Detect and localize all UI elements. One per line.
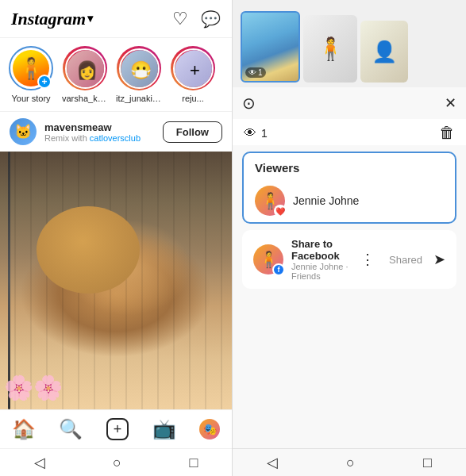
recents-nav-icon-right[interactable]: □ — [423, 455, 432, 471]
itz-label: itz_junaki_29 — [116, 94, 162, 103]
cat-face — [37, 206, 140, 294]
story-settings-icon[interactable]: ⊙ — [242, 94, 256, 113]
add-story-btn[interactable]: + — [37, 75, 52, 89]
header-icons: ♡ 💬 — [172, 9, 221, 29]
share-info: Share to Facebook Jennie Johne · Friends — [291, 238, 352, 281]
heart-icon[interactable]: ♡ — [172, 9, 188, 29]
flowers-decoration: 🌸🌸 — [4, 374, 63, 401]
facebook-badge: f — [272, 263, 285, 276]
left-panel: Instagram ▾ ♡ 💬 🧍 + Your story 👩 varsha_… — [0, 0, 233, 476]
home-nav-icon[interactable]: 🏠 — [12, 418, 36, 440]
viewer-name: Jennie Johne — [293, 194, 359, 207]
itz-avatar: 😷 — [119, 48, 160, 89]
stories-bar: 🧍 + Your story 👩 varsha_kkkk 😷 itz_junak… — [0, 38, 232, 112]
logo-dropdown-icon[interactable]: ▾ — [87, 12, 93, 25]
app-header: Instagram ▾ ♡ 💬 — [0, 0, 232, 38]
story-item-reju[interactable]: + reju... — [170, 46, 216, 103]
story-item-your-story[interactable]: 🧍 + Your story — [8, 46, 54, 103]
right-panel-header: ⊙ ✕ — [233, 87, 466, 119]
viewers-title: Viewers — [244, 153, 455, 179]
app-logo: Instagram ▾ — [11, 9, 93, 29]
delete-story-button[interactable]: 🗑 — [439, 124, 455, 142]
viewer-avatar: 🧍 ❤️ — [255, 186, 285, 216]
story-thumb-1[interactable]: 👁 1 — [241, 11, 300, 83]
share-avatar: 🧍 f — [253, 244, 283, 274]
share-item: 🧍 f Share to Facebook Jennie Johne · Fri… — [242, 230, 456, 289]
send-icon[interactable]: ➤ — [433, 251, 445, 268]
catlovers-link[interactable]: catloversclub — [90, 133, 141, 143]
post-image: 🌸🌸 — [0, 152, 232, 409]
itz-avatar-ring: 😷 — [117, 46, 161, 90]
bottom-nav: 🏠 🔍 + 📺 🎭 — [0, 409, 232, 448]
reju-avatar-ring: + — [171, 46, 215, 90]
reju-label: reju... — [182, 94, 204, 103]
system-nav-left: ◁ ○ □ — [0, 448, 232, 476]
viewers-count-row: 👁 1 🗑 — [233, 119, 466, 145]
story-thumb-3[interactable]: 👤 — [360, 21, 408, 83]
viewers-section: Viewers 🧍 ❤️ Jennie Johne — [242, 152, 456, 224]
right-header-icons: ✕ — [445, 94, 456, 112]
search-nav-icon[interactable]: 🔍 — [59, 418, 83, 440]
right-panel: 👁 1 🧍 👤 ⊙ ✕ 👁 1 🗑 Viewers — [233, 0, 466, 476]
post-username: mavensmeaw — [44, 121, 155, 133]
follow-button[interactable]: Follow — [163, 121, 222, 143]
varsha-avatar: 👩 — [65, 48, 106, 89]
post-header: 🐱 mavensmeaw Remix with catloversclub Fo… — [0, 112, 232, 152]
varsha-avatar-ring: 👩 — [63, 46, 107, 90]
your-story-avatar: 🧍 + — [9, 46, 53, 90]
home-nav-icon-left[interactable]: ○ — [113, 455, 121, 471]
story-item-varsha[interactable]: 👩 varsha_kkkk — [62, 46, 108, 103]
viewers-count-number: 1 — [261, 127, 268, 140]
close-panel-icon[interactable]: ✕ — [445, 94, 456, 112]
right-panel-main: ⊙ ✕ 👁 1 🗑 Viewers 🧍 ❤️ Jennie Johne — [233, 87, 466, 448]
your-story-label: Your story — [11, 94, 50, 103]
messenger-icon[interactable]: 💬 — [201, 10, 221, 29]
home-nav-icon-right[interactable]: ○ — [346, 455, 355, 471]
share-to-facebook-title: Share to Facebook — [291, 238, 352, 262]
add-nav-icon[interactable]: + — [106, 418, 129, 440]
share-subtitle: Jennie Johne · Friends — [291, 262, 352, 281]
reju-avatar: + — [173, 48, 214, 89]
viewer-list-item: 🧍 ❤️ Jennie Johne — [244, 179, 455, 222]
back-nav-icon-left[interactable]: ◁ — [34, 454, 45, 471]
post-subtitle: Remix with catloversclub — [44, 133, 155, 143]
share-to-facebook-section: 🧍 f Share to Facebook Jennie Johne · Fri… — [242, 230, 456, 289]
viewers-count-left: 👁 1 — [244, 126, 268, 140]
recents-nav-icon-left[interactable]: □ — [189, 455, 198, 471]
reels-nav-icon[interactable]: 📺 — [152, 418, 176, 440]
zipper-line — [8, 152, 10, 409]
back-nav-icon-right[interactable]: ◁ — [267, 454, 278, 471]
system-nav-right: ◁ ○ □ — [233, 448, 466, 476]
post-container: 🐱 mavensmeaw Remix with catloversclub Fo… — [0, 112, 232, 409]
thumb-view-count: 👁 1 — [245, 67, 266, 78]
story-thumbnail-strip: 👁 1 🧍 👤 — [233, 0, 466, 87]
varsha-label: varsha_kkkk — [62, 94, 108, 103]
viewer-heart-icon: ❤️ — [274, 205, 287, 217]
shared-status-badge: Shared — [389, 254, 422, 266]
story-thumb-2[interactable]: 🧍 — [303, 15, 357, 83]
story-item-itz[interactable]: 😷 itz_junaki_29 — [116, 46, 162, 103]
post-user-info: mavensmeaw Remix with catloversclub — [44, 121, 155, 143]
profile-nav-avatar[interactable]: 🎭 — [199, 419, 220, 440]
post-user-avatar: 🐱 — [10, 118, 37, 145]
eye-count-icon: 👁 — [244, 126, 256, 140]
share-more-button[interactable]: ⋮ — [360, 251, 375, 268]
